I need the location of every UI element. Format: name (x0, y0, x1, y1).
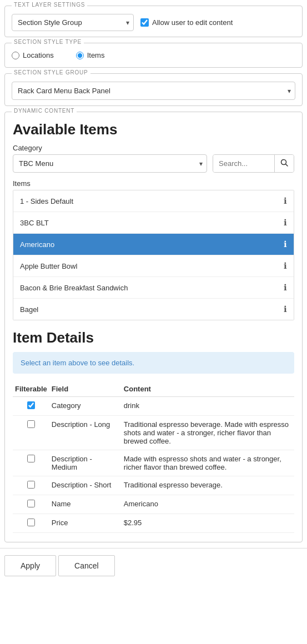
item-name: Apple Butter Bowl (20, 262, 77, 270)
rack-card-dropdown-wrap: Rack Card Menu Back Panel ▾ (12, 82, 295, 100)
category-label: Category (13, 144, 294, 152)
field-cell: Name (49, 495, 122, 514)
search-wrap (213, 154, 294, 173)
field-cell: Category (49, 397, 122, 416)
filterable-checkbox[interactable] (27, 420, 35, 428)
filterable-checkbox[interactable] (27, 519, 35, 526)
item-name: Americano (20, 240, 54, 249)
field-cell: Price (49, 514, 122, 533)
content-cell: Traditional espresso beverage. (122, 476, 294, 495)
footer-bar: Apply Cancel (0, 548, 307, 583)
items-list: 1 - Sides Default ℹ 3BC BLT ℹ Americano … (13, 190, 294, 320)
section-style-type-section: SECTION STYLE TYPE Locations Items (4, 43, 303, 68)
table-row: Name Americano (13, 495, 294, 514)
allow-edit-text: Allow user to edit content (152, 18, 233, 27)
dynamic-content-section: DYNAMIC CONTENT Available Items Category… (4, 112, 303, 542)
table-row: Price $2.95 (13, 514, 294, 533)
filterable-checkbox[interactable] (27, 401, 35, 409)
items-label: Items (13, 179, 294, 188)
cancel-button[interactable]: Cancel (58, 555, 115, 576)
available-items-title: Available Items (13, 121, 294, 138)
section-style-type-radio-group: Locations Items (12, 49, 295, 62)
list-item[interactable]: Americano ℹ (13, 234, 294, 255)
content-cell: $2.95 (122, 514, 294, 533)
allow-edit-checkbox[interactable] (140, 18, 149, 27)
col-content: Content (122, 381, 294, 397)
info-icon: ℹ (284, 304, 287, 314)
item-name: 3BC BLT (20, 219, 49, 227)
list-item[interactable]: Apple Butter Bowl ℹ (13, 255, 294, 277)
content-cell: Americano (122, 495, 294, 514)
table-header: Filterable Field Content (13, 381, 294, 397)
field-cell: Description - Short (49, 476, 122, 495)
radio-items-label: Items (87, 51, 105, 59)
section-style-group-label: SECTION STYLE GROUP (12, 69, 90, 76)
apply-button[interactable]: Apply (4, 555, 56, 576)
col-filterable: Filterable (13, 381, 49, 397)
search-input[interactable] (213, 155, 274, 172)
table-row: Description - Medium Made with espresso … (13, 450, 294, 476)
content-cell: Made with espresso shots and water - a s… (122, 450, 294, 476)
info-icon: ℹ (284, 218, 287, 228)
table-row: Description - Long Traditional espresso … (13, 416, 294, 450)
filterable-cell[interactable] (13, 495, 49, 514)
content-cell: Traditional espresso beverage. Made with… (122, 416, 294, 450)
list-item[interactable]: Bacon & Brie Breakfast Sandwich ℹ (13, 277, 294, 299)
item-details-title: Item Details (13, 329, 294, 346)
item-details-info-box: Select an item above to see details. (13, 352, 294, 374)
filterable-cell[interactable] (13, 476, 49, 495)
list-item[interactable]: 3BC BLT ℹ (13, 212, 294, 234)
field-cell: Description - Long (49, 416, 122, 450)
item-details-table: Filterable Field Content Category drink … (13, 381, 294, 533)
filterable-cell[interactable] (13, 450, 49, 476)
table-body: Category drink Description - Long Tradit… (13, 397, 294, 533)
item-name: 1 - Sides Default (20, 197, 73, 205)
field-cell: Description - Medium (49, 450, 122, 476)
filterable-cell[interactable] (13, 416, 49, 450)
filterable-cell[interactable] (13, 397, 49, 416)
filterable-checkbox[interactable] (27, 455, 35, 462)
search-icon (280, 159, 288, 167)
info-icon: ℹ (284, 196, 287, 206)
radio-items-input[interactable] (76, 52, 84, 59)
dynamic-content-label: DYNAMIC CONTENT (12, 108, 77, 114)
text-layer-settings-section: TEXT LAYER SETTINGS Section Style Group … (4, 6, 303, 37)
category-dropdown-wrap: TBC Menu ▾ (13, 154, 207, 173)
info-icon: ℹ (284, 239, 287, 249)
item-name: Bagel (20, 305, 38, 314)
section-style-group-section: SECTION STYLE GROUP Rack Card Menu Back … (4, 73, 303, 106)
col-field: Field (49, 381, 122, 397)
filterable-cell[interactable] (13, 514, 49, 533)
info-icon: ℹ (284, 283, 287, 293)
content-cell: drink (122, 397, 294, 416)
style-group-dropdown[interactable]: Section Style Group (12, 14, 134, 31)
radio-locations[interactable]: Locations (12, 51, 54, 59)
item-name: Bacon & Brie Breakfast Sandwich (20, 284, 128, 292)
text-layer-settings-label: TEXT LAYER SETTINGS (12, 2, 87, 8)
rack-card-dropdown[interactable]: Rack Card Menu Back Panel (12, 82, 295, 100)
filterable-checkbox[interactable] (27, 500, 35, 507)
svg-line-1 (286, 164, 288, 167)
category-dropdown[interactable]: TBC Menu (13, 154, 207, 173)
radio-locations-input[interactable] (12, 52, 19, 59)
section-style-type-label: SECTION STYLE TYPE (12, 39, 84, 45)
filterable-checkbox[interactable] (27, 481, 35, 489)
radio-items[interactable]: Items (76, 51, 105, 59)
list-item[interactable]: Bagel ℹ (13, 299, 294, 320)
style-group-dropdown-wrap: Section Style Group ▾ (12, 14, 134, 31)
allow-edit-label[interactable]: Allow user to edit content (140, 18, 233, 27)
info-icon: ℹ (284, 261, 287, 271)
table-row: Description - Short Traditional espresso… (13, 476, 294, 495)
search-button[interactable] (274, 155, 294, 172)
radio-locations-label: Locations (23, 51, 54, 59)
table-row: Category drink (13, 397, 294, 416)
category-row: TBC Menu ▾ (13, 154, 294, 173)
list-item[interactable]: 1 - Sides Default ℹ (13, 190, 294, 212)
